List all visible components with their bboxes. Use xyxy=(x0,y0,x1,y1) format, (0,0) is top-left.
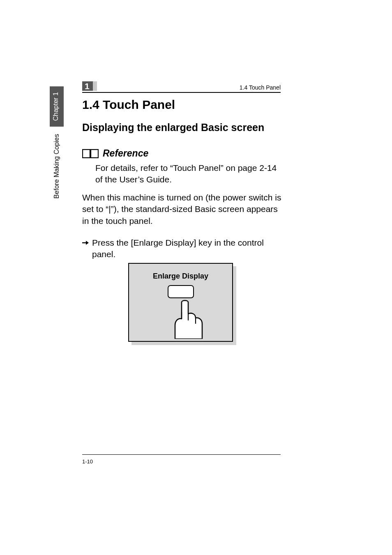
svg-rect-0 xyxy=(83,150,90,158)
page-number: 1-10 xyxy=(82,458,93,465)
side-tab: Chapter 1 Before Making Copies xyxy=(48,86,65,206)
section-title: 1.4 Touch Panel xyxy=(82,98,175,112)
subsection-title: Displaying the enlarged Basic screen xyxy=(82,122,264,134)
figure-title: Enlarge Display xyxy=(129,272,232,281)
step-row: Press the [Enlarge Display] key in the c… xyxy=(82,237,284,260)
footer-rule xyxy=(82,454,281,455)
figure-panel: Enlarge Display xyxy=(128,263,233,342)
figure-enlarge-display: Enlarge Display xyxy=(128,263,237,347)
step-text: Press the [Enlarge Display] key in the c… xyxy=(92,237,284,260)
finger-press-icon xyxy=(173,300,205,339)
book-icon xyxy=(82,148,99,159)
reference-head: Reference xyxy=(82,148,284,159)
running-header: 1.4 Touch Panel xyxy=(240,84,281,91)
reference-block: Reference For details, refer to “Touch P… xyxy=(82,148,284,186)
reference-body: For details, refer to “Touch Panel” on p… xyxy=(95,162,284,186)
side-tab-section: Before Making Copies xyxy=(51,127,63,206)
reference-label: Reference xyxy=(103,148,148,159)
enlarge-display-key xyxy=(168,285,194,298)
side-tab-chapter: Chapter 1 xyxy=(50,86,64,127)
svg-rect-1 xyxy=(91,150,98,158)
chapter-badge: 1 xyxy=(82,81,97,91)
page: Chapter 1 Before Making Copies 1 1.4 Tou… xyxy=(0,0,392,555)
page-header: 1 1.4 Touch Panel xyxy=(82,81,281,93)
svg-marker-4 xyxy=(86,241,89,245)
body-paragraph: When this machine is turned on (the powe… xyxy=(82,192,284,227)
arrow-right-icon xyxy=(82,240,89,246)
